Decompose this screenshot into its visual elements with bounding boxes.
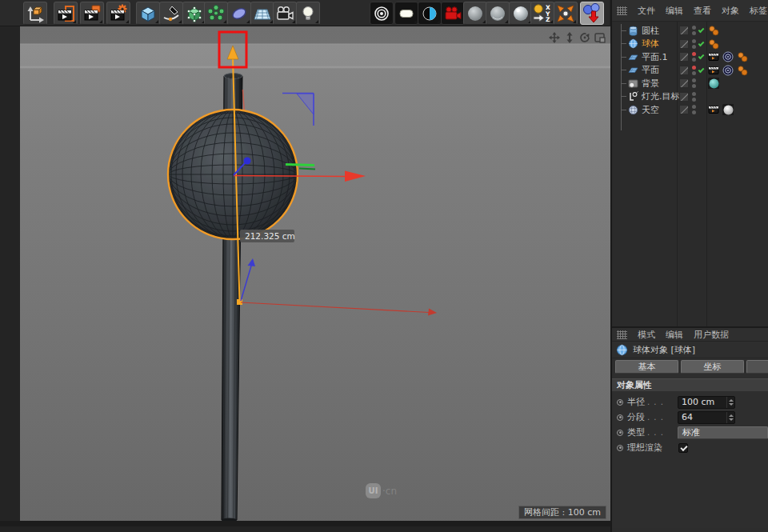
om-menu-objects[interactable]: 对象 bbox=[722, 5, 739, 17]
object-row-plane1[interactable]: 平面.1 bbox=[612, 50, 768, 64]
render-visibility-dot[interactable] bbox=[692, 58, 696, 62]
enabled-check[interactable] bbox=[698, 40, 705, 46]
editor-visibility-dot[interactable] bbox=[692, 105, 696, 109]
layer-box[interactable] bbox=[679, 105, 689, 114]
viewport-3d[interactable]: 212.325 cm UI ·cn 网格间距 : 100 cm bbox=[0, 26, 610, 526]
drop-to-floor-button[interactable] bbox=[580, 2, 604, 25]
editor-visibility-dot[interactable] bbox=[692, 66, 696, 70]
keyframe-circle-icon[interactable] bbox=[617, 430, 623, 436]
render-visibility-dot[interactable] bbox=[692, 98, 696, 102]
spinner-control[interactable] bbox=[726, 412, 734, 423]
om-menu-view[interactable]: 查看 bbox=[694, 5, 711, 17]
target-light-button[interactable] bbox=[370, 2, 394, 25]
om-menu-tags[interactable]: 标签 bbox=[750, 5, 767, 17]
tab-coordinates[interactable]: 坐标 bbox=[681, 360, 744, 374]
target-tag-icon[interactable] bbox=[722, 51, 734, 62]
keyframe-circle-icon[interactable] bbox=[617, 445, 623, 451]
am-menu-edit[interactable]: 编辑 bbox=[666, 329, 683, 341]
render-perfect-checkbox[interactable] bbox=[678, 443, 688, 453]
area-light-button[interactable] bbox=[394, 2, 418, 25]
layer-box[interactable] bbox=[679, 78, 689, 88]
move-xyz-button[interactable]: X Y Z bbox=[530, 2, 554, 25]
axis-center-button[interactable] bbox=[554, 2, 578, 25]
editor-visibility-dot[interactable] bbox=[692, 92, 696, 96]
enabled-check[interactable] bbox=[698, 27, 705, 34]
axes-cube-button[interactable] bbox=[23, 2, 47, 25]
plane-icon bbox=[628, 52, 638, 62]
material-tag-icon[interactable] bbox=[722, 104, 734, 115]
editor-visibility-dot[interactable] bbox=[692, 26, 696, 30]
camera-button[interactable] bbox=[273, 2, 297, 25]
editor-visibility-dot[interactable] bbox=[692, 52, 696, 56]
pan-icon[interactable] bbox=[549, 31, 560, 42]
object-row-light-target[interactable]: 灯光.目标.1 bbox=[612, 90, 768, 104]
compositing-tag-icon[interactable] bbox=[708, 65, 719, 76]
layer-box[interactable] bbox=[679, 92, 689, 102]
render-picture-viewer-button[interactable] bbox=[80, 2, 104, 25]
contrast-button[interactable] bbox=[418, 2, 442, 25]
object-row-sphere[interactable]: 球体 bbox=[612, 38, 768, 51]
pen-spline-button[interactable] bbox=[159, 2, 183, 25]
floor-button[interactable] bbox=[250, 2, 274, 25]
rotate-icon[interactable] bbox=[579, 31, 590, 42]
material-tag-icon[interactable] bbox=[708, 78, 719, 89]
enabled-check[interactable] bbox=[698, 54, 705, 60]
deformer-button[interactable] bbox=[227, 2, 251, 25]
phong-tag-icon[interactable] bbox=[737, 65, 748, 76]
editor-visibility-dot[interactable] bbox=[692, 78, 696, 82]
tab-basic[interactable]: 基本 bbox=[615, 360, 678, 374]
light-button[interactable] bbox=[296, 2, 320, 25]
zoom-icon[interactable] bbox=[564, 31, 575, 42]
compositing-tag-icon[interactable] bbox=[708, 51, 719, 62]
property-segments: 分段 . . . 64 bbox=[612, 410, 768, 425]
panel-grip-icon[interactable] bbox=[617, 330, 627, 339]
phong-tag-icon[interactable] bbox=[737, 51, 748, 62]
toggle-view-icon[interactable] bbox=[594, 31, 606, 42]
sphere-object bbox=[168, 110, 298, 239]
layer-box[interactable] bbox=[679, 52, 689, 62]
enabled-check[interactable] bbox=[698, 66, 705, 73]
make-editable-button[interactable] bbox=[182, 2, 206, 25]
render-visibility-dot[interactable] bbox=[692, 45, 696, 49]
object-row-sky[interactable]: 天空 bbox=[612, 103, 768, 117]
material-glossy-button[interactable] bbox=[509, 2, 533, 25]
plane-icon bbox=[628, 65, 638, 75]
material-matte-button[interactable] bbox=[463, 2, 487, 25]
tab-partial[interactable] bbox=[746, 360, 768, 374]
camera-red-button[interactable] bbox=[441, 2, 465, 25]
am-menu-mode[interactable]: 模式 bbox=[638, 329, 655, 341]
grid-spacing-label: 网格间距 : 100 cm bbox=[518, 506, 606, 519]
add-cube-button[interactable] bbox=[136, 2, 160, 25]
editor-visibility-dot[interactable] bbox=[692, 39, 696, 43]
panel-grip-icon[interactable] bbox=[617, 6, 627, 15]
render-settings-button[interactable] bbox=[106, 2, 130, 25]
layer-box[interactable] bbox=[679, 39, 689, 49]
background-icon bbox=[628, 78, 638, 89]
phong-tag-icon[interactable] bbox=[708, 38, 719, 50]
right-panel: 文件 编辑 查看 对象 标签 圆柱 bbox=[610, 0, 768, 532]
om-menu-edit[interactable]: 编辑 bbox=[666, 5, 683, 17]
phong-tag-icon[interactable] bbox=[708, 25, 719, 36]
render-visibility-dot[interactable] bbox=[692, 31, 696, 35]
object-row-background[interactable]: 背景 bbox=[612, 77, 768, 90]
render-view-button[interactable] bbox=[54, 2, 78, 25]
radius-input[interactable]: 100 cm bbox=[678, 396, 735, 409]
compositing-tag-icon[interactable] bbox=[708, 104, 719, 115]
keyframe-circle-icon[interactable] bbox=[617, 414, 623, 421]
array-button[interactable] bbox=[204, 2, 228, 25]
keyframe-circle-icon[interactable] bbox=[617, 399, 623, 406]
object-row-plane[interactable]: 平面 bbox=[612, 64, 768, 78]
type-dropdown[interactable]: 标准 bbox=[678, 426, 768, 439]
layer-box[interactable] bbox=[679, 66, 689, 75]
om-menu-file[interactable]: 文件 bbox=[638, 5, 655, 17]
segments-input[interactable]: 64 bbox=[678, 411, 735, 424]
layer-box[interactable] bbox=[679, 26, 689, 35]
render-visibility-dot[interactable] bbox=[692, 110, 696, 114]
target-tag-icon[interactable] bbox=[722, 65, 734, 76]
spinner-control[interactable] bbox=[726, 397, 734, 408]
object-row-cylinder[interactable]: 圆柱 bbox=[612, 24, 768, 38]
am-menu-userdata[interactable]: 用户数据 bbox=[694, 329, 729, 341]
material-glass-button[interactable] bbox=[486, 2, 510, 25]
render-visibility-dot[interactable] bbox=[692, 71, 696, 75]
render-visibility-dot[interactable] bbox=[692, 84, 696, 88]
